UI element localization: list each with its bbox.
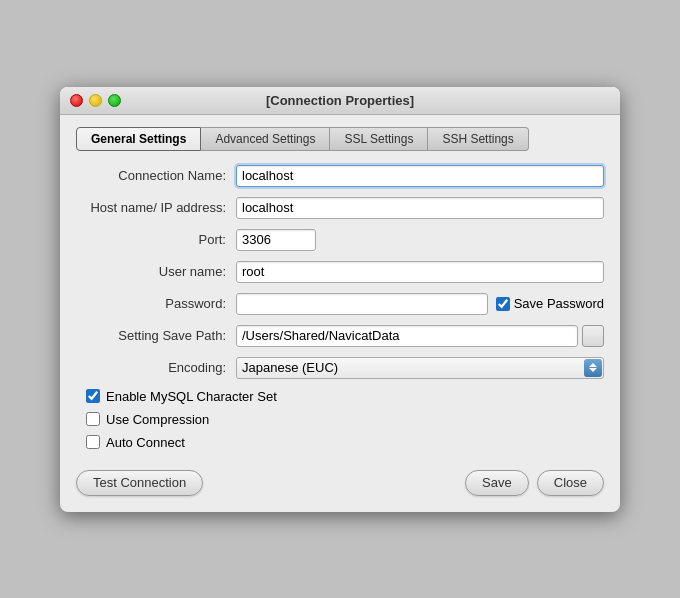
action-buttons: Save Close (465, 470, 604, 496)
encoding-field: Japanese (EUC) UTF-8 UTF-16 Latin1 ASCII (236, 357, 604, 379)
test-connection-button[interactable]: Test Connection (76, 470, 203, 496)
username-row: User name: (76, 261, 604, 283)
hostname-label: Host name/ IP address: (76, 200, 236, 215)
tab-advanced-settings[interactable]: Advanced Settings (201, 127, 330, 151)
tab-general-settings[interactable]: General Settings (76, 127, 201, 151)
save-path-input[interactable] (236, 325, 578, 347)
window-title: [Connection Properties] (266, 93, 414, 108)
enable-mysql-row: Enable MySQL Character Set (76, 389, 604, 404)
tab-bar: General Settings Advanced Settings SSL S… (76, 127, 604, 151)
use-compression-label: Use Compression (106, 412, 209, 427)
username-label: User name: (76, 264, 236, 279)
enable-mysql-checkbox[interactable] (86, 389, 100, 403)
close-button[interactable]: Close (537, 470, 604, 496)
encoding-row: Encoding: Japanese (EUC) UTF-8 UTF-16 La… (76, 357, 604, 379)
tab-ssl-settings[interactable]: SSL Settings (330, 127, 428, 151)
port-row: Port: (76, 229, 604, 251)
auto-connect-label: Auto Connect (106, 435, 185, 450)
save-password-label[interactable]: Save Password (496, 296, 604, 311)
password-input[interactable] (236, 293, 488, 315)
bottom-row: Test Connection Save Close (76, 466, 604, 496)
maximize-window-button[interactable] (108, 94, 121, 107)
use-compression-row: Use Compression (76, 412, 604, 427)
auto-connect-checkbox[interactable] (86, 435, 100, 449)
connection-properties-window: [Connection Properties] General Settings… (60, 87, 620, 512)
save-button[interactable]: Save (465, 470, 529, 496)
hostname-input[interactable] (236, 197, 604, 219)
port-label: Port: (76, 232, 236, 247)
save-path-field (236, 325, 604, 347)
enable-mysql-label: Enable MySQL Character Set (106, 389, 277, 404)
username-input[interactable] (236, 261, 604, 283)
hostname-field (236, 197, 604, 219)
save-path-label: Setting Save Path: (76, 328, 236, 343)
connection-name-row: Connection Name: (76, 165, 604, 187)
auto-connect-row: Auto Connect (76, 435, 604, 450)
connection-name-label: Connection Name: (76, 168, 236, 183)
hostname-row: Host name/ IP address: (76, 197, 604, 219)
password-field: Save Password (236, 293, 604, 315)
connection-name-input[interactable] (236, 165, 604, 187)
encoding-select[interactable]: Japanese (EUC) UTF-8 UTF-16 Latin1 ASCII (236, 357, 604, 379)
titlebar: [Connection Properties] (60, 87, 620, 115)
password-row: Password: Save Password (76, 293, 604, 315)
traffic-lights (70, 94, 121, 107)
minimize-window-button[interactable] (89, 94, 102, 107)
close-window-button[interactable] (70, 94, 83, 107)
save-password-checkbox[interactable] (496, 297, 510, 311)
username-field (236, 261, 604, 283)
browse-button[interactable] (582, 325, 604, 347)
save-password-text: Save Password (514, 296, 604, 311)
password-label: Password: (76, 296, 236, 311)
window-content: General Settings Advanced Settings SSL S… (60, 115, 620, 512)
use-compression-checkbox[interactable] (86, 412, 100, 426)
encoding-label: Encoding: (76, 360, 236, 375)
port-field (236, 229, 604, 251)
encoding-select-wrapper: Japanese (EUC) UTF-8 UTF-16 Latin1 ASCII (236, 357, 604, 379)
connection-name-field (236, 165, 604, 187)
tab-ssh-settings[interactable]: SSH Settings (428, 127, 528, 151)
save-path-row: Setting Save Path: (76, 325, 604, 347)
port-input[interactable] (236, 229, 316, 251)
